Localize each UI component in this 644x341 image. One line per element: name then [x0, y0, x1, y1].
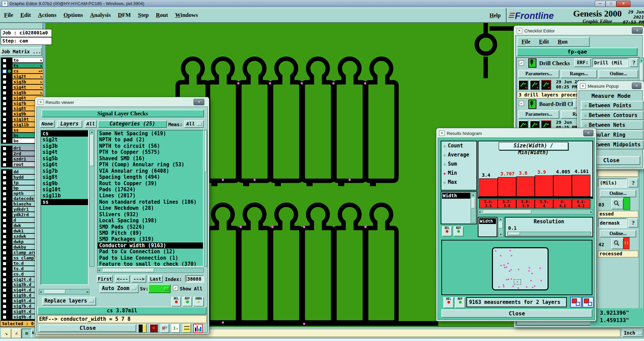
run-erf-icon-1[interactable]: [541, 80, 551, 90]
layer-checkbox-dwkby[interactable]: [2, 245, 7, 250]
status-alert-button[interactable]: !!: [623, 237, 630, 249]
layer-checkbox-tp[interactable]: [2, 181, 7, 185]
histogram-bar-3[interactable]: [535, 175, 553, 197]
results-viewer-close-icon[interactable]: ✕: [194, 99, 204, 105]
sv-color-dropdown[interactable]: [148, 284, 171, 293]
statistic-radio-sum[interactable]: ◇Sum: [443, 161, 457, 167]
measurement-dot-29[interactable]: [540, 280, 542, 281]
maximize-button[interactable]: □: [606, 1, 616, 7]
measurement-dot-22[interactable]: [498, 286, 500, 288]
rv-layer-1[interactable]: sig2t: [41, 137, 88, 143]
measurement-dot-11[interactable]: [518, 269, 519, 270]
rv-category-6[interactable]: VIA Annular ring (6408): [98, 168, 203, 174]
measure-mode-between-contours[interactable]: ◇Between Contours: [581, 111, 644, 120]
results-viewer-titlebar[interactable]: ✕ Results viewer: [36, 98, 208, 106]
rv-notes-icon[interactable]: [182, 324, 191, 333]
hist-del-button-2[interactable]: DEL: [443, 297, 454, 308]
rv-category-12[interactable]: Line Neckdown (28): [98, 205, 203, 211]
layer-row-sig2t[interactable]: sig2t◣: [1, 74, 43, 79]
layer-checkbox-datecode-[interactable]: [2, 197, 7, 201]
layer-checkbox-biaozhu[interactable]: [2, 202, 7, 206]
magnifier-icon-1[interactable]: [611, 199, 623, 209]
rv-category-8[interactable]: Rout to Copper (39): [98, 180, 203, 187]
layer-checkbox-sig8t[interactable]: [2, 107, 7, 111]
layer-checkbox-ts.d[interactable]: [2, 267, 7, 271]
rv-category-0[interactable]: Same Net Spacing (419): [98, 131, 203, 137]
layer-checkbox-dr1[interactable]: [2, 146, 7, 151]
histogram-bar-2[interactable]: [516, 176, 535, 197]
layer-checkbox-szdr1[interactable]: [2, 157, 7, 162]
layer-row-sig4t[interactable]: sig4t◣: [1, 85, 43, 90]
layer-checkbox-ydkdr1[interactable]: [2, 207, 7, 212]
statistic-radio-average[interactable]: ◇Average: [443, 152, 469, 158]
rv-undo-button[interactable]: UNDO↺: [193, 297, 204, 307]
layer-checkbox-sig3b[interactable]: [2, 80, 7, 84]
rv-category-2[interactable]: NPTH to circuit (56): [98, 143, 203, 149]
rv-layer-hscroll[interactable]: ◀ ▶: [39, 289, 89, 294]
layer-checkbox-sig7b.d[interactable]: [2, 304, 7, 309]
measurement-dot-0[interactable]: [495, 250, 496, 252]
measurement-dot-14[interactable]: [528, 270, 530, 272]
rv-layer-10[interactable]: sig11b: [41, 193, 88, 199]
layer-row-ts[interactable]: ts◣: [1, 63, 43, 68]
ranges-button-1[interactable]: Ranges...: [561, 70, 597, 78]
layer-checkbox-2rd[interactable]: [2, 152, 7, 156]
statistic-radio-min[interactable]: ◆Min: [443, 170, 457, 176]
rv-category-20[interactable]: Pad to Line Connection (1): [98, 255, 203, 261]
online-button-1[interactable]: Online...: [598, 70, 638, 78]
measurement-dot-6[interactable]: [504, 267, 505, 268]
menu-options[interactable]: Options: [63, 12, 83, 19]
layer-checkbox-to[interactable]: [2, 58, 7, 63]
measurement-dot-27[interactable]: [532, 287, 533, 288]
layer-checkbox-d[interactable]: [2, 218, 7, 223]
checklist-close-icon[interactable]: ✕: [632, 27, 643, 34]
last-button[interactable]: Last: [148, 275, 163, 283]
filter-none-button[interactable]: None: [40, 120, 55, 128]
layer-checkbox-dwk[interactable]: [2, 224, 7, 228]
hist-ref-button-2[interactable]: REF: [455, 297, 465, 308]
statistic-radio-max[interactable]: ◇Max: [443, 179, 457, 185]
rv-category-21[interactable]: Feature too small to check (370): [98, 261, 203, 267]
rv-layer-4[interactable]: sig5b: [41, 155, 88, 162]
measurement-dot-16[interactable]: [506, 279, 507, 280]
menu-file[interactable]: File: [4, 12, 13, 19]
layer-checkbox-sig10t[interactable]: [2, 117, 7, 122]
layer-row-sig3b[interactable]: sig3b◣: [1, 79, 43, 85]
scroll-up-icon[interactable]: ▲: [639, 58, 644, 62]
rv-category-hscroll[interactable]: ◀: [97, 268, 204, 273]
grid-view-button[interactable]: ⊞: [22, 329, 32, 339]
measurement-dot-18[interactable]: [511, 278, 512, 280]
histogram-ref-button[interactable]: REF: [453, 226, 464, 236]
parameters-button-2[interactable]: Parameters...: [518, 110, 559, 119]
status-ok-button[interactable]: [623, 197, 630, 210]
auto-zoom-dropdown[interactable]: Auto Zoom: [99, 284, 139, 293]
measurement-dot-13[interactable]: [539, 267, 541, 269]
meas-dropdown[interactable]: All: [184, 120, 204, 128]
rv-category-15[interactable]: SMD Pads (5226): [98, 224, 203, 230]
menu-rout[interactable]: Rout: [156, 12, 168, 19]
rv-layer-5[interactable]: sig6t: [41, 162, 88, 168]
mils-input-fragment[interactable]: (Mils): [598, 178, 627, 188]
rv-category-16[interactable]: SMD Pitch (89): [98, 230, 203, 236]
measurement-dot-7[interactable]: [506, 266, 507, 268]
layer-checkbox-sig2t[interactable]: [2, 75, 7, 79]
parameters-button-1[interactable]: Parameters...: [518, 70, 559, 78]
layer-checkbox-dwk1[interactable]: [2, 229, 7, 233]
measurement-dot-2[interactable]: [500, 255, 501, 256]
measurement-dot-24[interactable]: [513, 286, 514, 287]
measurement-dot-25[interactable]: [518, 287, 519, 289]
layer-checkbox-sig3b.d[interactable]: [2, 283, 7, 287]
measurement-dot-20[interactable]: [530, 280, 532, 281]
minimize-button[interactable]: —: [595, 1, 606, 7]
layer-name[interactable]: to◣: [12, 58, 43, 63]
rv-category-9[interactable]: Pads (17624): [98, 187, 203, 193]
drill-checks-checkbox[interactable]: ✔: [519, 60, 524, 65]
rv-category-7[interactable]: Spacing length (494): [98, 174, 203, 180]
layer-checkbox-sig5b[interactable]: [2, 91, 7, 95]
run-icon-1[interactable]: [518, 80, 528, 90]
checklist-titlebar[interactable]: ✕ Checklist Editor: [515, 27, 643, 35]
rv-category-4[interactable]: Shaved SMD (16): [98, 155, 203, 162]
board-outline[interactable]: [492, 247, 549, 290]
layer-name[interactable]: cs◣⊞: [12, 68, 43, 74]
rv-category-scrollbar[interactable]: [204, 130, 207, 267]
